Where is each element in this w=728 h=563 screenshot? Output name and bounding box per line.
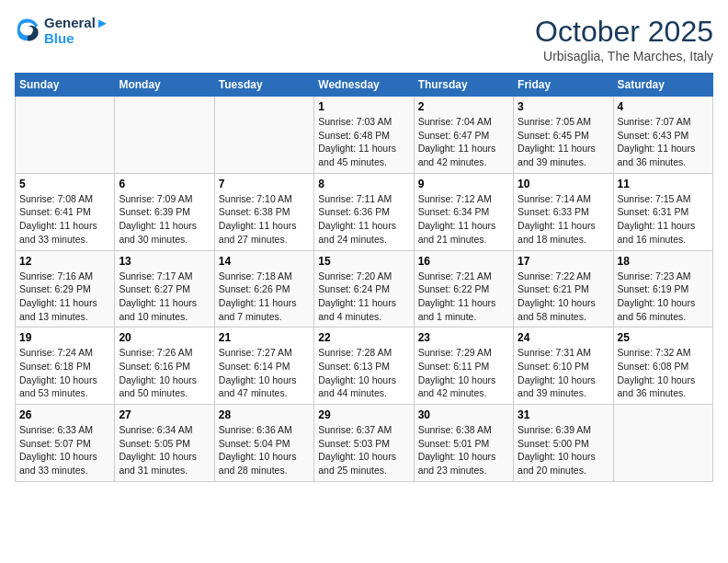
day-number: 10 [518, 178, 609, 190]
day-cell: 30Sunrise: 6:38 AMSunset: 5:01 PMDayligh… [414, 405, 513, 482]
day-number: 30 [418, 408, 509, 421]
day-number: 23 [418, 331, 509, 344]
title-area: October 2025 Urbisaglia, The Marches, It… [535, 15, 713, 63]
day-info: Sunrise: 6:36 AMSunset: 5:04 PMDaylight:… [219, 423, 310, 477]
day-number: 18 [618, 255, 709, 268]
day-info: Sunrise: 7:28 AMSunset: 6:13 PMDaylight:… [318, 346, 409, 400]
col-friday: Friday [514, 74, 613, 97]
day-number: 25 [618, 331, 709, 344]
day-cell: 14Sunrise: 7:18 AMSunset: 6:26 PMDayligh… [214, 250, 313, 327]
day-cell [613, 405, 712, 482]
day-info: Sunrise: 7:22 AMSunset: 6:21 PMDaylight:… [518, 270, 609, 324]
col-wednesday: Wednesday [314, 74, 414, 97]
day-cell: 19Sunrise: 7:24 AMSunset: 6:18 PMDayligh… [16, 327, 115, 405]
day-number: 5 [19, 178, 110, 190]
day-number: 28 [219, 408, 310, 421]
day-number: 26 [19, 408, 110, 421]
day-cell: 23Sunrise: 7:29 AMSunset: 6:11 PMDayligh… [414, 327, 513, 405]
day-cell: 22Sunrise: 7:28 AMSunset: 6:13 PMDayligh… [314, 327, 414, 405]
day-number: 21 [219, 331, 310, 344]
day-cell: 31Sunrise: 6:39 AMSunset: 5:00 PMDayligh… [514, 405, 613, 482]
day-info: Sunrise: 7:18 AMSunset: 6:26 PMDaylight:… [219, 270, 310, 324]
day-info: Sunrise: 7:27 AMSunset: 6:14 PMDaylight:… [219, 346, 310, 400]
day-number: 31 [518, 408, 609, 421]
day-number: 9 [418, 178, 509, 190]
week-row-2: 5Sunrise: 7:08 AMSunset: 6:41 PMDaylight… [16, 173, 713, 250]
day-cell: 20Sunrise: 7:26 AMSunset: 6:16 PMDayligh… [115, 327, 214, 405]
header: General► Blue October 2025 Urbisaglia, T… [15, 15, 713, 63]
day-number: 8 [318, 178, 409, 190]
day-cell: 17Sunrise: 7:22 AMSunset: 6:21 PMDayligh… [514, 250, 613, 327]
day-info: Sunrise: 6:37 AMSunset: 5:03 PMDaylight:… [318, 423, 409, 477]
day-info: Sunrise: 7:12 AMSunset: 6:34 PMDaylight:… [418, 192, 509, 247]
day-number: 12 [19, 255, 110, 268]
week-row-4: 19Sunrise: 7:24 AMSunset: 6:18 PMDayligh… [16, 327, 713, 405]
day-number: 19 [19, 331, 110, 344]
col-monday: Monday [115, 74, 214, 97]
day-cell: 2Sunrise: 7:04 AMSunset: 6:47 PMDaylight… [414, 97, 513, 174]
day-number: 15 [318, 255, 409, 268]
day-info: Sunrise: 7:15 AMSunset: 6:31 PMDaylight:… [618, 192, 709, 247]
day-info: Sunrise: 6:38 AMSunset: 5:01 PMDaylight:… [418, 423, 509, 477]
day-info: Sunrise: 7:07 AMSunset: 6:43 PMDaylight:… [618, 115, 709, 169]
day-number: 24 [518, 331, 609, 344]
logo-icon [15, 17, 40, 43]
col-saturday: Saturday [613, 74, 712, 97]
day-info: Sunrise: 7:20 AMSunset: 6:24 PMDaylight:… [318, 270, 409, 324]
day-cell: 16Sunrise: 7:21 AMSunset: 6:22 PMDayligh… [414, 250, 513, 327]
day-cell: 25Sunrise: 7:32 AMSunset: 6:08 PMDayligh… [613, 327, 712, 405]
day-cell: 13Sunrise: 7:17 AMSunset: 6:27 PMDayligh… [115, 250, 214, 327]
day-cell: 11Sunrise: 7:15 AMSunset: 6:31 PMDayligh… [613, 173, 712, 250]
day-info: Sunrise: 7:05 AMSunset: 6:45 PMDaylight:… [518, 115, 609, 169]
location: Urbisaglia, The Marches, Italy [535, 49, 713, 63]
day-number: 2 [418, 100, 509, 113]
header-row: Sunday Monday Tuesday Wednesday Thursday… [16, 74, 713, 97]
day-cell [214, 97, 313, 174]
col-tuesday: Tuesday [214, 74, 313, 97]
day-number: 22 [318, 331, 409, 344]
day-number: 27 [119, 408, 210, 421]
day-cell: 8Sunrise: 7:11 AMSunset: 6:36 PMDaylight… [314, 173, 414, 250]
day-info: Sunrise: 7:21 AMSunset: 6:22 PMDaylight:… [418, 270, 509, 324]
day-number: 4 [618, 100, 709, 113]
day-number: 14 [219, 255, 310, 268]
day-info: Sunrise: 7:23 AMSunset: 6:19 PMDaylight:… [618, 270, 709, 324]
day-number: 3 [518, 100, 609, 113]
day-number: 6 [119, 178, 210, 190]
day-cell: 5Sunrise: 7:08 AMSunset: 6:41 PMDaylight… [16, 173, 115, 250]
day-cell: 21Sunrise: 7:27 AMSunset: 6:14 PMDayligh… [214, 327, 313, 405]
day-cell: 27Sunrise: 6:34 AMSunset: 5:05 PMDayligh… [115, 405, 214, 482]
day-cell: 10Sunrise: 7:14 AMSunset: 6:33 PMDayligh… [514, 173, 613, 250]
day-number: 17 [518, 255, 609, 268]
day-info: Sunrise: 7:09 AMSunset: 6:39 PMDaylight:… [119, 192, 210, 247]
day-number: 7 [219, 178, 310, 190]
day-info: Sunrise: 7:31 AMSunset: 6:10 PMDaylight:… [518, 346, 609, 400]
day-info: Sunrise: 7:29 AMSunset: 6:11 PMDaylight:… [418, 346, 509, 400]
logo-text: General► Blue [44, 15, 109, 46]
day-cell [16, 97, 115, 174]
day-info: Sunrise: 7:04 AMSunset: 6:47 PMDaylight:… [418, 115, 509, 169]
day-cell: 28Sunrise: 6:36 AMSunset: 5:04 PMDayligh… [214, 405, 313, 482]
day-info: Sunrise: 7:17 AMSunset: 6:27 PMDaylight:… [119, 270, 210, 324]
day-number: 13 [119, 255, 210, 268]
day-info: Sunrise: 7:03 AMSunset: 6:48 PMDaylight:… [318, 115, 409, 169]
day-cell [115, 97, 214, 174]
day-info: Sunrise: 6:39 AMSunset: 5:00 PMDaylight:… [518, 423, 609, 477]
day-cell: 24Sunrise: 7:31 AMSunset: 6:10 PMDayligh… [514, 327, 613, 405]
day-info: Sunrise: 7:14 AMSunset: 6:33 PMDaylight:… [518, 192, 609, 247]
logo: General► Blue [15, 15, 109, 46]
day-info: Sunrise: 7:10 AMSunset: 6:38 PMDaylight:… [219, 192, 310, 247]
day-cell: 9Sunrise: 7:12 AMSunset: 6:34 PMDaylight… [414, 173, 513, 250]
day-info: Sunrise: 7:26 AMSunset: 6:16 PMDaylight:… [119, 346, 210, 400]
day-cell: 4Sunrise: 7:07 AMSunset: 6:43 PMDaylight… [613, 97, 712, 174]
day-number: 11 [618, 178, 709, 190]
day-number: 16 [418, 255, 509, 268]
week-row-1: 1Sunrise: 7:03 AMSunset: 6:48 PMDaylight… [16, 97, 713, 174]
week-row-5: 26Sunrise: 6:33 AMSunset: 5:07 PMDayligh… [16, 405, 713, 482]
day-info: Sunrise: 6:34 AMSunset: 5:05 PMDaylight:… [119, 423, 210, 477]
day-info: Sunrise: 6:33 AMSunset: 5:07 PMDaylight:… [19, 423, 110, 477]
day-cell: 7Sunrise: 7:10 AMSunset: 6:38 PMDaylight… [214, 173, 313, 250]
day-cell: 26Sunrise: 6:33 AMSunset: 5:07 PMDayligh… [16, 405, 115, 482]
day-info: Sunrise: 7:32 AMSunset: 6:08 PMDaylight:… [618, 346, 709, 400]
day-cell: 12Sunrise: 7:16 AMSunset: 6:29 PMDayligh… [16, 250, 115, 327]
